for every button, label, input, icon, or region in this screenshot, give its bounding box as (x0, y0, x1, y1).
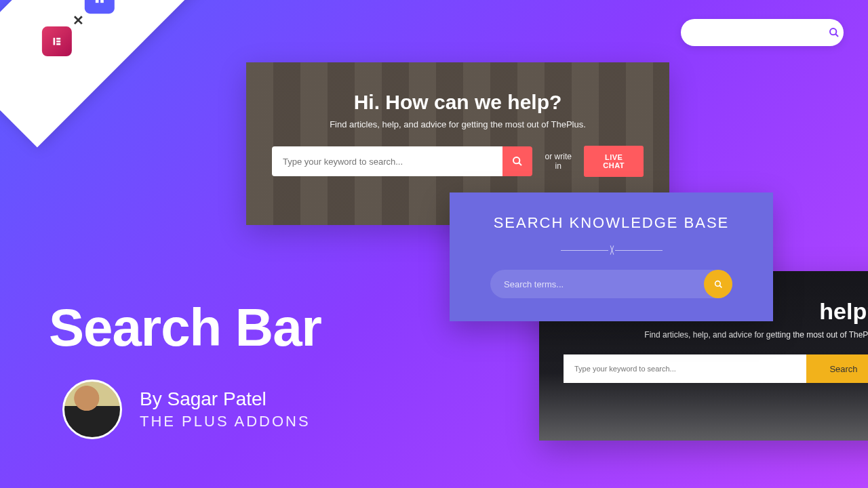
help-search-group (272, 146, 532, 176)
live-chat-button[interactable]: LIVE CHAT (584, 146, 644, 177)
svg-point-8 (830, 28, 836, 35)
or-write-in-label: or write in (542, 152, 574, 171)
header-search-pill (681, 19, 844, 46)
svg-line-13 (719, 285, 722, 287)
page-title: Search Bar (49, 297, 321, 359)
svg-point-10 (513, 157, 519, 163)
dark-search-group: Search (564, 354, 868, 383)
divider-ornament (490, 244, 732, 256)
dark-search-button[interactable]: Search (806, 354, 868, 383)
svg-rect-3 (56, 43, 60, 45)
dark-card-subtitle: Find articles, help, and advice for gett… (564, 330, 868, 340)
help-card-title: Hi. How can we help? (272, 91, 644, 114)
svg-rect-0 (53, 38, 55, 45)
svg-point-12 (715, 281, 720, 286)
author-name: By Sagar Patel (140, 388, 311, 410)
help-search-button[interactable] (502, 146, 532, 176)
kb-search-input[interactable] (504, 279, 704, 289)
search-icon (714, 280, 723, 289)
elementor-logo-icon (42, 26, 72, 56)
gutenberg-logo-icon (84, 0, 114, 14)
header-search-button[interactable] (824, 19, 844, 46)
kb-search-group (490, 270, 732, 298)
plus-separator-icon: ✕ (73, 12, 84, 28)
help-card-subtitle: Find articles, help, and advice for gett… (272, 119, 644, 129)
svg-line-9 (835, 34, 838, 37)
svg-line-11 (519, 163, 521, 165)
author-avatar (62, 380, 122, 439)
svg-rect-1 (56, 38, 60, 40)
demo-knowledge-base-card: SEARCH KNOWLEDGE BASE (450, 192, 773, 321)
svg-rect-2 (56, 41, 60, 43)
header-search-input[interactable] (681, 19, 824, 46)
help-search-input[interactable] (272, 146, 502, 176)
brand-name: THE PLUS ADDONS (140, 413, 311, 430)
search-icon (512, 156, 523, 167)
author-byline: By Sagar Patel THE PLUS ADDONS (62, 380, 311, 439)
search-icon (829, 27, 840, 38)
corner-ribbon: ✕ (0, 0, 205, 147)
svg-rect-7 (100, 0, 104, 3)
dark-search-input[interactable] (564, 354, 806, 383)
kb-card-title: SEARCH KNOWLEDGE BASE (490, 214, 732, 232)
svg-rect-6 (95, 0, 98, 3)
kb-search-button[interactable] (704, 270, 732, 298)
